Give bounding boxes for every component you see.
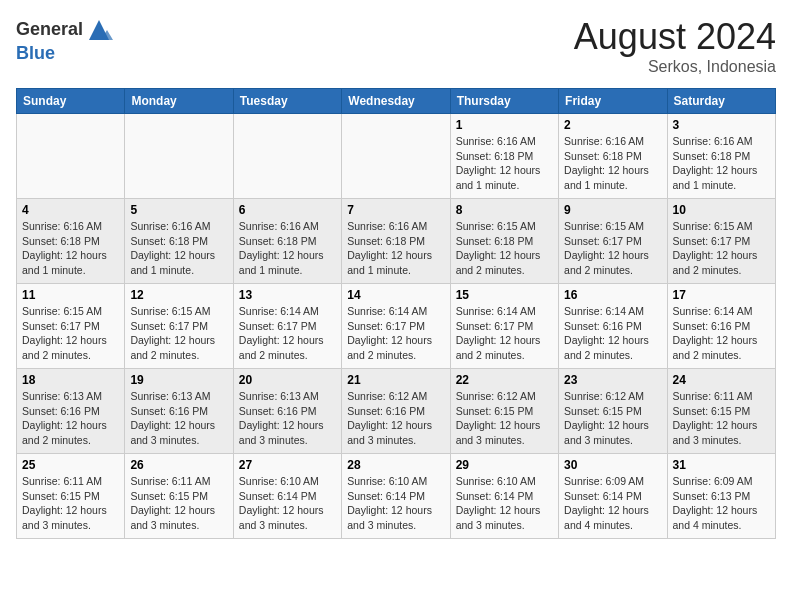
day-cell: 18Sunrise: 6:13 AM Sunset: 6:16 PM Dayli…: [17, 369, 125, 454]
logo-blue: Blue: [16, 43, 55, 63]
day-info: Sunrise: 6:16 AM Sunset: 6:18 PM Dayligh…: [564, 134, 661, 193]
day-cell: 12Sunrise: 6:15 AM Sunset: 6:17 PM Dayli…: [125, 284, 233, 369]
day-info: Sunrise: 6:11 AM Sunset: 6:15 PM Dayligh…: [673, 389, 770, 448]
day-info: Sunrise: 6:16 AM Sunset: 6:18 PM Dayligh…: [456, 134, 553, 193]
day-number: 23: [564, 373, 661, 387]
title-block: August 2024 Serkos, Indonesia: [574, 16, 776, 76]
day-cell: 27Sunrise: 6:10 AM Sunset: 6:14 PM Dayli…: [233, 454, 341, 539]
day-number: 9: [564, 203, 661, 217]
day-cell: 23Sunrise: 6:12 AM Sunset: 6:15 PM Dayli…: [559, 369, 667, 454]
day-number: 20: [239, 373, 336, 387]
day-cell: 29Sunrise: 6:10 AM Sunset: 6:14 PM Dayli…: [450, 454, 558, 539]
header-cell-thursday: Thursday: [450, 89, 558, 114]
day-number: 5: [130, 203, 227, 217]
day-cell: 16Sunrise: 6:14 AM Sunset: 6:16 PM Dayli…: [559, 284, 667, 369]
day-info: Sunrise: 6:09 AM Sunset: 6:14 PM Dayligh…: [564, 474, 661, 533]
day-number: 18: [22, 373, 119, 387]
day-number: 24: [673, 373, 770, 387]
day-cell: 7Sunrise: 6:16 AM Sunset: 6:18 PM Daylig…: [342, 199, 450, 284]
day-cell: 24Sunrise: 6:11 AM Sunset: 6:15 PM Dayli…: [667, 369, 775, 454]
day-number: 30: [564, 458, 661, 472]
day-cell: 20Sunrise: 6:13 AM Sunset: 6:16 PM Dayli…: [233, 369, 341, 454]
day-cell: [342, 114, 450, 199]
day-info: Sunrise: 6:14 AM Sunset: 6:16 PM Dayligh…: [564, 304, 661, 363]
header-cell-tuesday: Tuesday: [233, 89, 341, 114]
header-cell-sunday: Sunday: [17, 89, 125, 114]
day-number: 17: [673, 288, 770, 302]
day-number: 11: [22, 288, 119, 302]
header-cell-monday: Monday: [125, 89, 233, 114]
day-info: Sunrise: 6:10 AM Sunset: 6:14 PM Dayligh…: [347, 474, 444, 533]
day-cell: 25Sunrise: 6:11 AM Sunset: 6:15 PM Dayli…: [17, 454, 125, 539]
day-number: 25: [22, 458, 119, 472]
week-row-4: 18Sunrise: 6:13 AM Sunset: 6:16 PM Dayli…: [17, 369, 776, 454]
logo-icon: [85, 16, 113, 44]
calendar-table: SundayMondayTuesdayWednesdayThursdayFrid…: [16, 88, 776, 539]
day-number: 29: [456, 458, 553, 472]
day-cell: 13Sunrise: 6:14 AM Sunset: 6:17 PM Dayli…: [233, 284, 341, 369]
week-row-1: 1Sunrise: 6:16 AM Sunset: 6:18 PM Daylig…: [17, 114, 776, 199]
day-info: Sunrise: 6:13 AM Sunset: 6:16 PM Dayligh…: [239, 389, 336, 448]
week-row-5: 25Sunrise: 6:11 AM Sunset: 6:15 PM Dayli…: [17, 454, 776, 539]
day-number: 10: [673, 203, 770, 217]
day-cell: 2Sunrise: 6:16 AM Sunset: 6:18 PM Daylig…: [559, 114, 667, 199]
day-cell: 6Sunrise: 6:16 AM Sunset: 6:18 PM Daylig…: [233, 199, 341, 284]
location: Serkos, Indonesia: [574, 58, 776, 76]
day-info: Sunrise: 6:10 AM Sunset: 6:14 PM Dayligh…: [456, 474, 553, 533]
week-row-2: 4Sunrise: 6:16 AM Sunset: 6:18 PM Daylig…: [17, 199, 776, 284]
day-number: 6: [239, 203, 336, 217]
day-info: Sunrise: 6:16 AM Sunset: 6:18 PM Dayligh…: [239, 219, 336, 278]
day-cell: 19Sunrise: 6:13 AM Sunset: 6:16 PM Dayli…: [125, 369, 233, 454]
day-info: Sunrise: 6:11 AM Sunset: 6:15 PM Dayligh…: [22, 474, 119, 533]
logo: General Blue: [16, 16, 113, 64]
day-cell: 14Sunrise: 6:14 AM Sunset: 6:17 PM Dayli…: [342, 284, 450, 369]
day-info: Sunrise: 6:12 AM Sunset: 6:16 PM Dayligh…: [347, 389, 444, 448]
day-number: 4: [22, 203, 119, 217]
day-number: 21: [347, 373, 444, 387]
header-row: SundayMondayTuesdayWednesdayThursdayFrid…: [17, 89, 776, 114]
day-info: Sunrise: 6:13 AM Sunset: 6:16 PM Dayligh…: [22, 389, 119, 448]
day-number: 13: [239, 288, 336, 302]
day-cell: 26Sunrise: 6:11 AM Sunset: 6:15 PM Dayli…: [125, 454, 233, 539]
day-number: 14: [347, 288, 444, 302]
month-title: August 2024: [574, 16, 776, 58]
day-number: 8: [456, 203, 553, 217]
day-cell: 9Sunrise: 6:15 AM Sunset: 6:17 PM Daylig…: [559, 199, 667, 284]
day-number: 22: [456, 373, 553, 387]
day-cell: 30Sunrise: 6:09 AM Sunset: 6:14 PM Dayli…: [559, 454, 667, 539]
day-cell: [17, 114, 125, 199]
day-info: Sunrise: 6:14 AM Sunset: 6:17 PM Dayligh…: [347, 304, 444, 363]
day-cell: 21Sunrise: 6:12 AM Sunset: 6:16 PM Dayli…: [342, 369, 450, 454]
day-cell: 10Sunrise: 6:15 AM Sunset: 6:17 PM Dayli…: [667, 199, 775, 284]
day-cell: 22Sunrise: 6:12 AM Sunset: 6:15 PM Dayli…: [450, 369, 558, 454]
day-info: Sunrise: 6:16 AM Sunset: 6:18 PM Dayligh…: [130, 219, 227, 278]
day-cell: 17Sunrise: 6:14 AM Sunset: 6:16 PM Dayli…: [667, 284, 775, 369]
day-info: Sunrise: 6:16 AM Sunset: 6:18 PM Dayligh…: [22, 219, 119, 278]
day-info: Sunrise: 6:14 AM Sunset: 6:17 PM Dayligh…: [456, 304, 553, 363]
day-number: 19: [130, 373, 227, 387]
day-cell: 11Sunrise: 6:15 AM Sunset: 6:17 PM Dayli…: [17, 284, 125, 369]
day-info: Sunrise: 6:14 AM Sunset: 6:16 PM Dayligh…: [673, 304, 770, 363]
day-info: Sunrise: 6:11 AM Sunset: 6:15 PM Dayligh…: [130, 474, 227, 533]
day-number: 26: [130, 458, 227, 472]
day-info: Sunrise: 6:13 AM Sunset: 6:16 PM Dayligh…: [130, 389, 227, 448]
day-cell: 15Sunrise: 6:14 AM Sunset: 6:17 PM Dayli…: [450, 284, 558, 369]
day-cell: 4Sunrise: 6:16 AM Sunset: 6:18 PM Daylig…: [17, 199, 125, 284]
calendar-header: SundayMondayTuesdayWednesdayThursdayFrid…: [17, 89, 776, 114]
day-number: 12: [130, 288, 227, 302]
day-info: Sunrise: 6:16 AM Sunset: 6:18 PM Dayligh…: [347, 219, 444, 278]
day-number: 28: [347, 458, 444, 472]
header-cell-friday: Friday: [559, 89, 667, 114]
header-cell-wednesday: Wednesday: [342, 89, 450, 114]
day-info: Sunrise: 6:10 AM Sunset: 6:14 PM Dayligh…: [239, 474, 336, 533]
day-number: 15: [456, 288, 553, 302]
header-cell-saturday: Saturday: [667, 89, 775, 114]
day-number: 31: [673, 458, 770, 472]
logo-text: General Blue: [16, 16, 113, 64]
logo-general: General: [16, 19, 83, 39]
day-cell: 3Sunrise: 6:16 AM Sunset: 6:18 PM Daylig…: [667, 114, 775, 199]
day-number: 2: [564, 118, 661, 132]
day-info: Sunrise: 6:16 AM Sunset: 6:18 PM Dayligh…: [673, 134, 770, 193]
page-header: General Blue August 2024 Serkos, Indones…: [16, 16, 776, 76]
day-info: Sunrise: 6:14 AM Sunset: 6:17 PM Dayligh…: [239, 304, 336, 363]
